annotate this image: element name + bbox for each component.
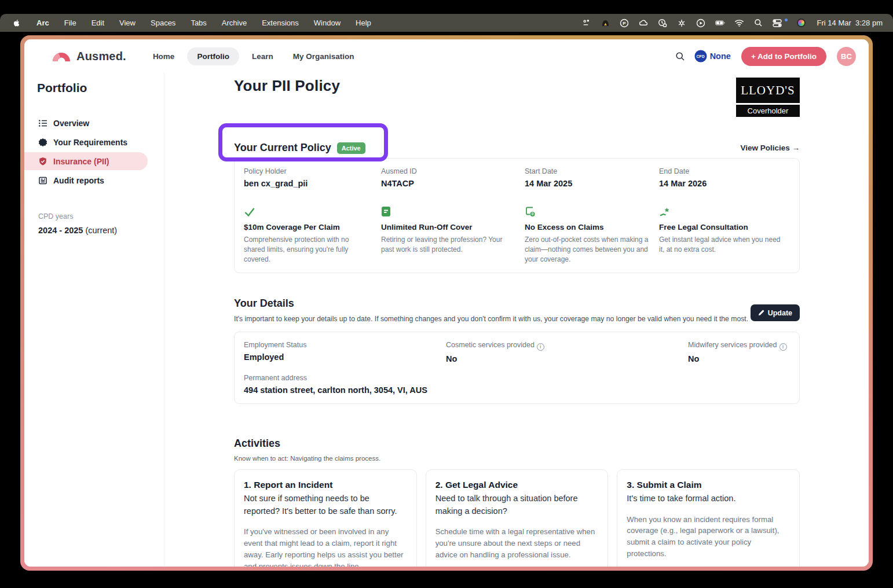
passwords-icon[interactable]: P [620, 18, 630, 28]
nav-portfolio[interactable]: Portfolio [187, 47, 239, 65]
field-label: Ausmed ID [381, 167, 525, 175]
field-value: No [688, 354, 790, 363]
feature-title: Unlimited Run-Off Cover [381, 223, 525, 231]
field-value: N4TACP [381, 179, 525, 188]
control-center-icon[interactable] [773, 18, 782, 28]
keystroke-icon[interactable] [581, 18, 591, 28]
cloud-icon[interactable] [639, 18, 649, 28]
menu-item-spaces[interactable]: Spaces [151, 19, 175, 27]
field-value: 14 Mar 2026 [659, 179, 790, 188]
cpd-years-value[interactable]: 2024 - 2025(current) [38, 226, 164, 235]
policy-feature: 0 No Excess on Claims Zero out-of-pocket… [525, 205, 659, 264]
nav-home[interactable]: Home [146, 47, 182, 65]
sidebar-item-overview[interactable]: Overview [24, 114, 164, 132]
policy-feature: Unlimited Run-Off Cover Retiring or leav… [381, 205, 525, 264]
pencil-icon [758, 310, 764, 316]
menu-item-window[interactable]: Window [314, 19, 341, 27]
field-label: Midwifery services providedi [688, 341, 790, 351]
nav-my-organisation[interactable]: My Organisation [286, 47, 361, 65]
add-to-portfolio-button[interactable]: + Add to Portfolio [741, 47, 826, 66]
ausmed-arc-icon [52, 51, 71, 62]
field-label: Policy Holder [244, 167, 381, 175]
cpd-years-label: CPD years [38, 212, 164, 220]
feature-title: No Excess on Claims [525, 223, 659, 231]
shield-check-icon [38, 157, 47, 166]
detail-field: Cosmetic services providedi No [446, 341, 688, 363]
wifi-icon[interactable] [734, 18, 744, 28]
field-value: ben cx_grad_pii [244, 179, 381, 188]
sidebar-item-label: Insurance (PII) [53, 157, 109, 166]
search-icon[interactable] [675, 52, 685, 61]
battery-icon[interactable] [715, 18, 725, 28]
field-value: 14 Mar 2025 [525, 179, 659, 188]
update-button[interactable]: Update [751, 304, 800, 321]
lloyds-coverholder-logo: LLOYD'S Coverholder [736, 78, 800, 117]
play-icon[interactable] [696, 18, 706, 28]
info-icon[interactable]: i [537, 343, 544, 351]
feature-desc: Zero out-of-pocket costs when making a c… [525, 235, 649, 264]
feature-desc: Get instant legal advice when you need i… [659, 235, 784, 255]
field-label: Employment Status [244, 341, 446, 349]
feature-desc: Comprehensive protection with no shared … [244, 235, 368, 264]
sidebar-item-label: Overview [53, 119, 89, 128]
menu-item-archive[interactable]: Archive [222, 19, 247, 27]
menu-item-arc[interactable]: Arc [36, 19, 49, 27]
policy-field: Start Date 14 Mar 2025 [525, 167, 659, 188]
desktop: Arc File Edit View Spaces Tabs Archive E… [0, 0, 893, 588]
activity-card-get-legal-advice: 2. Get Legal Advice Need to talk through… [426, 469, 609, 567]
your-details-subtitle: It's important to keep your details up t… [234, 315, 748, 323]
activity-body: When you know an incident requires forma… [627, 514, 790, 560]
avatar[interactable]: BC [837, 47, 856, 66]
activity-body: If you've witnessed or been involved in … [244, 526, 407, 567]
current-policy-title: Your Current Policy [234, 142, 331, 154]
menu-item-help[interactable]: Help [356, 19, 371, 27]
macos-menu-bar: Arc File Edit View Spaces Tabs Archive E… [0, 14, 893, 32]
menu-item-edit[interactable]: Edit [92, 19, 104, 27]
field-value: No [446, 354, 688, 363]
apple-menu-icon[interactable] [12, 18, 21, 28]
assistant-icon[interactable] [677, 18, 687, 28]
ausmed-logo[interactable]: Ausmed. [52, 50, 126, 63]
browser-profile-icon[interactable] [797, 19, 806, 27]
detail-field: Employment Status Employed [244, 341, 446, 363]
feature-title: Free Legal Consultation [659, 223, 790, 231]
menu-item-tabs[interactable]: Tabs [191, 19, 206, 27]
activity-lead: It's time to take formal action. [627, 493, 790, 505]
field-label: Cosmetic services providedi [446, 341, 688, 351]
field-label: End Date [659, 167, 790, 175]
nav-learn[interactable]: Learn [245, 47, 280, 65]
screen-time-icon[interactable] [658, 18, 668, 28]
privacy-warning-icon[interactable] [601, 18, 610, 28]
current-policy-card: Policy Holder ben cx_grad_pii Ausmed ID … [234, 158, 800, 273]
portfolio-sidebar: Portfolio Overview Your Requirements [24, 73, 164, 567]
cpd-status[interactable]: CPD None [696, 51, 731, 61]
info-icon[interactable]: i [779, 343, 787, 351]
activities-title: Activities [234, 438, 800, 450]
policy-field: Policy Holder ben cx_grad_pii [244, 167, 381, 188]
legal-star-icon [659, 205, 790, 217]
activity-lead: Need to talk through a situation before … [435, 493, 599, 518]
browser-window-frame: Ausmed. Home Portfolio Learn My Organisa… [20, 35, 873, 571]
svg-text:0: 0 [532, 212, 534, 216]
list-icon [38, 119, 47, 128]
menu-bar-clock[interactable]: Fri 14 Mar 3:28 pm [817, 19, 883, 27]
activity-lead: Not sure if something needs to be report… [244, 493, 407, 518]
activity-title: 3. Submit a Claim [627, 480, 790, 490]
permanent-address-field: Permanent address 494 station street, ca… [244, 374, 790, 395]
main-content: Your PII Policy LLOYD'S Coverholder Your… [164, 73, 869, 567]
check-icon [244, 205, 381, 217]
sidebar-item-insurance-pii[interactable]: Insurance (PII) [24, 152, 148, 170]
field-value: Employed [244, 352, 446, 362]
no-excess-icon: 0 [525, 205, 659, 217]
menu-item-extensions[interactable]: Extensions [262, 19, 299, 27]
activity-card-report-incident: 1. Report an Incident Not sure if someth… [234, 469, 417, 567]
sidebar-item-audit-reports[interactable]: Audit reports [24, 171, 164, 189]
menu-item-view[interactable]: View [119, 19, 136, 27]
badge-icon [38, 138, 47, 147]
field-value: 494 station street, carlton north, 3054,… [244, 385, 790, 395]
menu-item-file[interactable]: File [64, 19, 76, 27]
sidebar-item-your-requirements[interactable]: Your Requirements [24, 133, 164, 151]
svg-text:P: P [623, 21, 626, 26]
view-policies-link[interactable]: View Policies → [740, 144, 800, 152]
spotlight-icon[interactable] [753, 18, 763, 28]
